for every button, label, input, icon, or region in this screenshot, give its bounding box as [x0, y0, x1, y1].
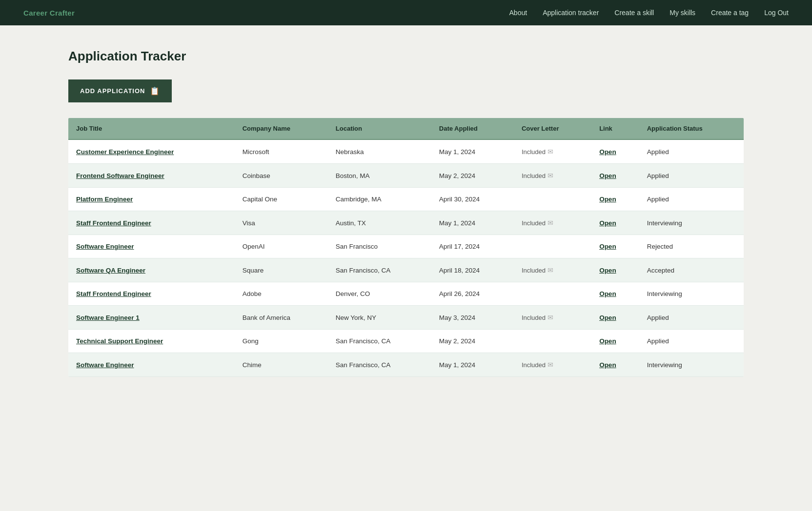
job-title-link[interactable]: Staff Frontend Engineer [76, 290, 151, 297]
table-header-row: Job TitleCompany NameLocationDate Applie… [68, 118, 744, 139]
cover-letter: Included✉ [514, 353, 591, 377]
job-title-link[interactable]: Software QA Engineer [76, 267, 145, 274]
header-company-name: Company Name [235, 118, 328, 139]
application-status: Interviewing [639, 353, 744, 377]
nav-link-create-tag[interactable]: Create a tag [711, 9, 749, 17]
cover-letter-icon: ✉ [548, 219, 553, 227]
location: Boston, MA [328, 164, 431, 188]
table-row: Frontend Software EngineerCoinbaseBoston… [68, 164, 744, 188]
add-application-button[interactable]: ADD APPLICATION 📋 [68, 79, 172, 102]
date-applied: May 2, 2024 [431, 164, 514, 188]
open-link[interactable]: Open [599, 219, 616, 227]
date-applied: May 1, 2024 [431, 353, 514, 377]
table-row: Customer Experience EngineerMicrosoftNeb… [68, 139, 744, 164]
open-link[interactable]: Open [599, 314, 616, 321]
application-status: Applied [639, 330, 744, 353]
application-status: Interviewing [639, 211, 744, 235]
location: Austin, TX [328, 211, 431, 235]
open-link[interactable]: Open [599, 361, 616, 369]
location: San Francisco [328, 235, 431, 258]
date-applied: May 1, 2024 [431, 211, 514, 235]
nav-link-logout[interactable]: Log Out [764, 9, 789, 17]
job-title-link[interactable]: Technical Support Engineer [76, 337, 163, 345]
nav-link-about[interactable]: About [509, 9, 528, 17]
cover-letter-icon: ✉ [548, 266, 553, 274]
cover-letter-icon: ✉ [548, 172, 553, 179]
cover-letter-label: Included [522, 314, 546, 321]
date-applied: April 30, 2024 [431, 188, 514, 211]
application-status: Accepted [639, 258, 744, 282]
table-row: Staff Frontend EngineerAdobeDenver, COAp… [68, 282, 744, 306]
cover-letter [514, 330, 591, 353]
job-title-link[interactable]: Platform Engineer [76, 196, 133, 203]
date-applied: May 3, 2024 [431, 306, 514, 330]
navbar: Career Crafter AboutApplication trackerC… [0, 0, 812, 25]
nav-item-application-tracker: Application tracker [543, 8, 599, 17]
applications-table: Job TitleCompany NameLocationDate Applie… [68, 118, 744, 377]
cover-letter: Included✉ [514, 139, 591, 164]
location: New York, NY [328, 306, 431, 330]
company-name: Chime [235, 353, 328, 377]
company-name: Capital One [235, 188, 328, 211]
job-title-link[interactable]: Frontend Software Engineer [76, 172, 164, 179]
nav-link-my-skills[interactable]: My skills [670, 9, 695, 17]
applications-table-wrapper: Job TitleCompany NameLocationDate Applie… [68, 118, 744, 377]
cover-letter: Included✉ [514, 211, 591, 235]
job-title-link[interactable]: Software Engineer 1 [76, 314, 140, 321]
cover-letter [514, 235, 591, 258]
open-link[interactable]: Open [599, 267, 616, 274]
company-name: Microsoft [235, 139, 328, 164]
job-title-link[interactable]: Software Engineer [76, 243, 134, 250]
nav-link-create-skill[interactable]: Create a skill [614, 9, 654, 17]
header-job-title: Job Title [68, 118, 235, 139]
job-title-link[interactable]: Software Engineer [76, 361, 134, 369]
cover-letter-label: Included [522, 361, 546, 369]
nav-item-about: About [509, 8, 528, 17]
application-status: Rejected [639, 235, 744, 258]
open-link[interactable]: Open [599, 337, 616, 345]
company-name: Adobe [235, 282, 328, 306]
open-link[interactable]: Open [599, 243, 616, 250]
nav-item-my-skills: My skills [670, 8, 695, 17]
cover-letter [514, 188, 591, 211]
job-title-link[interactable]: Staff Frontend Engineer [76, 219, 151, 227]
job-title-link[interactable]: Customer Experience Engineer [76, 148, 174, 156]
cover-letter-label: Included [522, 267, 546, 274]
cover-letter: Included✉ [514, 306, 591, 330]
cover-letter-label: Included [522, 172, 546, 179]
company-name: OpenAI [235, 235, 328, 258]
location: Nebraska [328, 139, 431, 164]
nav-item-create-tag: Create a tag [711, 8, 749, 17]
cover-letter-label: Included [522, 148, 546, 156]
cover-letter-icon: ✉ [548, 148, 553, 156]
company-name: Gong [235, 330, 328, 353]
table-row: Software Engineer 1Bank of AmericaNew Yo… [68, 306, 744, 330]
open-link[interactable]: Open [599, 148, 616, 156]
table-row: Software EngineerChimeSan Francisco, CAM… [68, 353, 744, 377]
cover-letter-icon: ✉ [548, 314, 553, 321]
table-row: Software QA EngineerSquareSan Francisco,… [68, 258, 744, 282]
nav-link-application-tracker[interactable]: Application tracker [543, 9, 599, 17]
table-row: Technical Support EngineerGongSan Franci… [68, 330, 744, 353]
nav-item-create-skill: Create a skill [614, 8, 654, 17]
open-link[interactable]: Open [599, 290, 616, 297]
cover-letter: Included✉ [514, 164, 591, 188]
cover-letter: Included✉ [514, 258, 591, 282]
location: San Francisco, CA [328, 330, 431, 353]
date-applied: May 2, 2024 [431, 330, 514, 353]
open-link[interactable]: Open [599, 196, 616, 203]
application-status: Applied [639, 139, 744, 164]
table-row: Staff Frontend EngineerVisaAustin, TXMay… [68, 211, 744, 235]
date-applied: April 17, 2024 [431, 235, 514, 258]
location: Denver, CO [328, 282, 431, 306]
open-link[interactable]: Open [599, 172, 616, 179]
application-status: Applied [639, 306, 744, 330]
clipboard-icon: 📋 [150, 86, 160, 96]
application-status: Applied [639, 164, 744, 188]
application-status: Applied [639, 188, 744, 211]
nav-item-logout: Log Out [764, 8, 789, 17]
company-name: Visa [235, 211, 328, 235]
header-location: Location [328, 118, 431, 139]
add-application-label: ADD APPLICATION [80, 87, 145, 95]
location: Cambridge, MA [328, 188, 431, 211]
